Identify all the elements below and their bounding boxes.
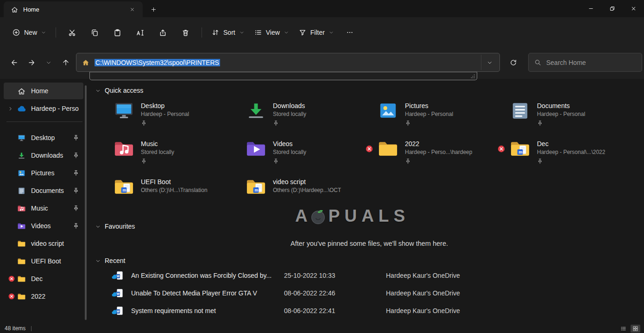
tile-text: Videos Stored locally	[273, 139, 306, 167]
sidebar-item-pictures[interactable]: Pictures	[4, 165, 83, 181]
folder-m-icon: m	[245, 178, 267, 196]
indent-spacer	[6, 134, 15, 141]
filter-label: Filter	[310, 29, 325, 36]
toolbar-separator	[56, 27, 56, 38]
sidebar-item-videos[interactable]: Videos	[4, 218, 83, 234]
new-tab-button[interactable]	[146, 2, 160, 16]
new-button[interactable]: New	[7, 24, 51, 41]
view-icon	[254, 29, 262, 36]
quick-access-grid: Desktop Hardeep - Personal Downloads Sto…	[113, 101, 644, 205]
search-input[interactable]	[546, 59, 636, 66]
quick-access-tile-music[interactable]: Music Stored locally	[113, 139, 245, 167]
address-bar[interactable]: C:\WINDOWS\System32\spool\PRINTERS	[76, 53, 500, 72]
sidebar-item-2022[interactable]: 2022	[4, 288, 83, 305]
tile-subtitle: Hardeep - Perso...\hardeep	[405, 148, 472, 156]
tab-home[interactable]: Home	[4, 1, 143, 17]
sidebar-item-label: Pictures	[31, 169, 73, 177]
tile-name: Videos	[273, 139, 306, 148]
resize-grip-icon[interactable]	[470, 74, 475, 79]
tile-text: 2022 Hardeep - Perso...\hardeep	[405, 139, 472, 167]
forward-button[interactable]	[23, 55, 40, 70]
rename-button[interactable]	[131, 24, 150, 41]
sidebar-item-dec[interactable]: Dec	[4, 270, 83, 287]
paste-button[interactable]	[108, 24, 127, 41]
address-input[interactable]: C:\WINDOWS\System32\spool\PRINTERS	[95, 59, 481, 66]
tile-icon-wrap	[113, 102, 135, 120]
sidebar-divider	[6, 122, 82, 122]
more-options-button[interactable]	[341, 24, 359, 41]
recent-file-row[interactable]: W System requirements not met 08-06-2022…	[95, 302, 644, 320]
tile-subtitle: Others (D:)\Hardeep...\OCT	[273, 186, 341, 194]
quick-access-tile-documents[interactable]: Documents Hardeep - Personal	[509, 101, 641, 129]
up-button[interactable]	[57, 55, 74, 70]
item-icon-wrap	[17, 87, 26, 95]
recent-header[interactable]: Recent	[95, 255, 644, 267]
sidebar-item-hardeep-perso[interactable]: Hardeep - Perso	[4, 100, 83, 117]
maximize-button[interactable]	[601, 0, 623, 17]
recent-locations-button[interactable]	[40, 55, 57, 70]
tile-subtitle: Hardeep - Personal\...\2022	[537, 148, 605, 156]
trash-icon	[182, 29, 189, 37]
titlebar: Home	[0, 0, 644, 17]
tile-name: Music	[141, 139, 174, 148]
sidebar-item-uefi-boot[interactable]: UEFI Boot	[4, 253, 83, 269]
tile-name: Pictures	[405, 101, 453, 110]
pin-icon	[273, 120, 279, 126]
file-date: 08-06-2022 22:41	[284, 307, 386, 314]
back-button[interactable]	[6, 55, 23, 70]
sort-button[interactable]: Sort	[207, 24, 249, 41]
recent-file-row[interactable]: W Unable To Detect Media Player Error GT…	[95, 284, 644, 302]
close-button[interactable]	[623, 0, 644, 17]
copy-button[interactable]	[85, 24, 104, 41]
sidebar-item-label: Dec	[31, 275, 82, 282]
filter-icon	[299, 29, 306, 36]
quick-access-tile-downloads[interactable]: Downloads Stored locally	[245, 101, 377, 129]
view-button[interactable]: View	[249, 24, 294, 41]
recent-file-row[interactable]: W An Existing Connection was Forcibly Cl…	[95, 267, 644, 284]
videos-icon	[17, 222, 26, 230]
sidebar-item-desktop[interactable]: Desktop	[4, 129, 83, 146]
sidebar-item-documents[interactable]: Documents	[4, 182, 83, 199]
details-view-button[interactable]	[619, 325, 628, 333]
quick-access-tile-desktop[interactable]: Desktop Hardeep - Personal	[113, 101, 245, 129]
quick-access-tile-video-script[interactable]: m video script Others (D:)\Hardeep...\OC…	[245, 177, 377, 205]
search-box[interactable]	[528, 53, 642, 72]
minimize-button[interactable]	[580, 0, 601, 17]
arrow-right-icon	[28, 59, 35, 66]
sidebar-item-downloads[interactable]: Downloads	[4, 147, 83, 164]
item-icon-wrap	[17, 222, 26, 230]
address-dropdown-button[interactable]	[481, 55, 498, 70]
delete-button[interactable]	[176, 24, 195, 41]
sidebar-item-music[interactable]: Music	[4, 200, 83, 217]
tile-subtitle: Others (D:)\H...\Translation	[141, 186, 208, 194]
folder-icon	[17, 275, 26, 283]
pin-icon	[405, 120, 411, 126]
sidebar-scrollbar[interactable]	[85, 85, 87, 320]
quick-access-header[interactable]: Quick access	[95, 84, 644, 96]
sidebar-item-home[interactable]: Home	[4, 83, 83, 99]
sidebar-item-video-script[interactable]: video script	[4, 235, 83, 252]
tile-subtitle: Stored locally	[273, 148, 306, 156]
indent-spacer	[6, 88, 15, 94]
svg-text:W: W	[117, 292, 120, 295]
large-icons-view-button[interactable]	[631, 325, 640, 333]
quick-access-tile-uefi-boot[interactable]: m UEFI Boot Others (D:)\H...\Translation	[113, 177, 245, 205]
refresh-button[interactable]	[505, 55, 522, 70]
share-button[interactable]	[153, 24, 172, 41]
tab-close-button[interactable]	[126, 4, 138, 15]
address-suggestions-popup	[89, 72, 477, 80]
filter-button[interactable]: Filter	[294, 24, 339, 41]
quick-access-tile-2022[interactable]: 2022 Hardeep - Perso...\hardeep	[377, 139, 509, 167]
quick-access-tile-videos[interactable]: Videos Stored locally	[245, 139, 377, 167]
cut-button[interactable]	[63, 24, 82, 41]
paste-icon	[114, 29, 121, 37]
view-label: View	[266, 29, 280, 36]
quick-access-tile-dec[interactable]: m Dec Hardeep - Personal\...\2022	[509, 139, 641, 167]
tile-text: Pictures Hardeep - Personal	[405, 101, 453, 129]
expand-area[interactable]	[6, 105, 15, 112]
chevron-down-icon	[41, 30, 46, 35]
items-count: 48 items	[5, 325, 25, 332]
quick-access-tile-pictures[interactable]: Pictures Hardeep - Personal	[377, 101, 509, 129]
chevron-down-icon	[46, 60, 51, 65]
favourites-header[interactable]: Favourites	[95, 220, 644, 232]
